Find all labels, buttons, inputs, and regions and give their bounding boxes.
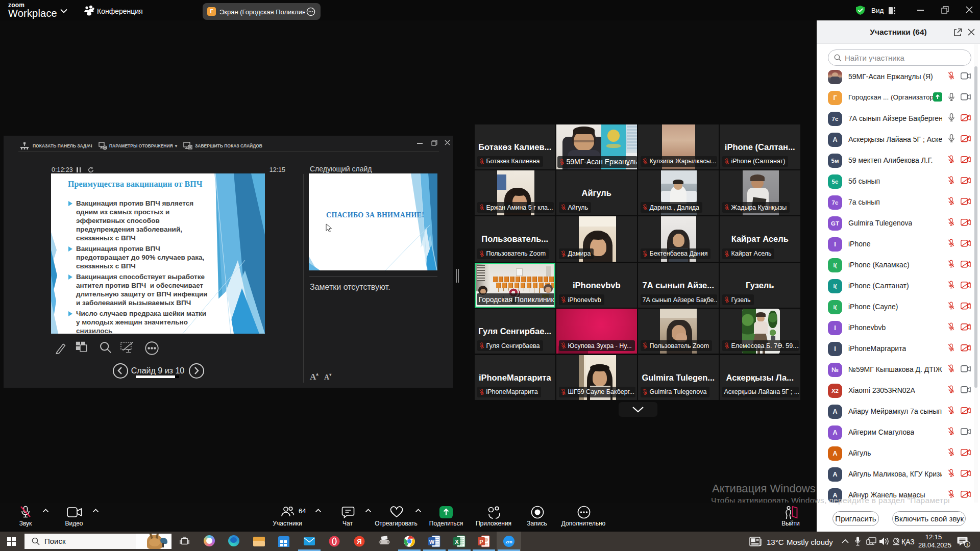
svg-text:1: 1 [966,542,968,547]
svg-text:X: X [455,539,459,545]
svg-text:zm: zm [505,539,512,544]
svg-text:Я: Я [357,538,361,545]
svg-text:P: P [479,539,483,545]
svg-text:W: W [429,539,435,545]
